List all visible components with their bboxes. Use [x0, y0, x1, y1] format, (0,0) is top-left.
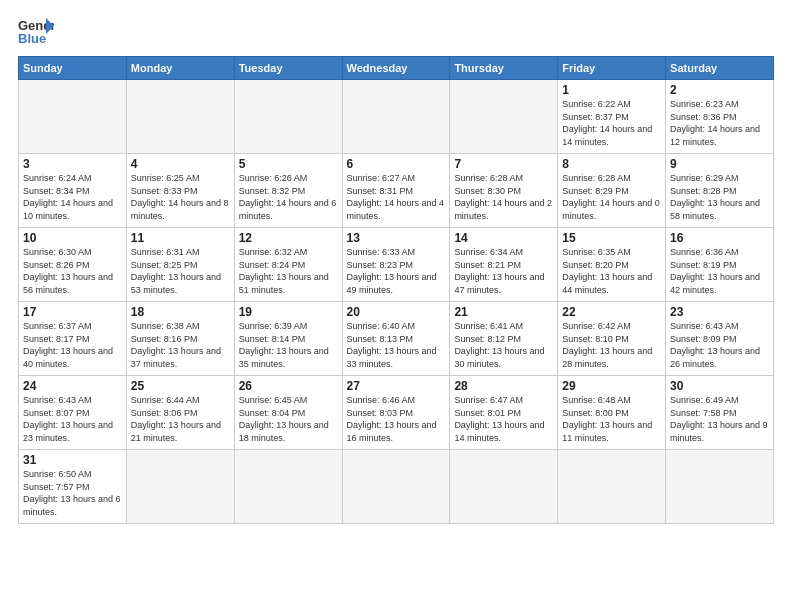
day-info: Sunrise: 6:39 AM Sunset: 8:14 PM Dayligh… [239, 320, 338, 370]
week-row-6: 31Sunrise: 6:50 AM Sunset: 7:57 PM Dayli… [19, 450, 774, 524]
day-number: 27 [347, 379, 446, 393]
day-number: 7 [454, 157, 553, 171]
day-number: 20 [347, 305, 446, 319]
day-number: 21 [454, 305, 553, 319]
weekday-thursday: Thursday [450, 57, 558, 80]
day-number: 23 [670, 305, 769, 319]
day-info: Sunrise: 6:22 AM Sunset: 8:37 PM Dayligh… [562, 98, 661, 148]
calendar-cell: 24Sunrise: 6:43 AM Sunset: 8:07 PM Dayli… [19, 376, 127, 450]
day-info: Sunrise: 6:37 AM Sunset: 8:17 PM Dayligh… [23, 320, 122, 370]
day-number: 8 [562, 157, 661, 171]
day-number: 10 [23, 231, 122, 245]
calendar-cell [666, 450, 774, 524]
day-info: Sunrise: 6:28 AM Sunset: 8:29 PM Dayligh… [562, 172, 661, 222]
logo: General Blue [18, 16, 54, 46]
svg-text:Blue: Blue [18, 31, 46, 46]
weekday-saturday: Saturday [666, 57, 774, 80]
week-row-5: 24Sunrise: 6:43 AM Sunset: 8:07 PM Dayli… [19, 376, 774, 450]
day-number: 6 [347, 157, 446, 171]
calendar-cell: 1Sunrise: 6:22 AM Sunset: 8:37 PM Daylig… [558, 80, 666, 154]
calendar-cell: 21Sunrise: 6:41 AM Sunset: 8:12 PM Dayli… [450, 302, 558, 376]
day-number: 31 [23, 453, 122, 467]
weekday-monday: Monday [126, 57, 234, 80]
day-info: Sunrise: 6:30 AM Sunset: 8:26 PM Dayligh… [23, 246, 122, 296]
day-info: Sunrise: 6:33 AM Sunset: 8:23 PM Dayligh… [347, 246, 446, 296]
calendar-cell [342, 450, 450, 524]
day-number: 15 [562, 231, 661, 245]
calendar-cell: 25Sunrise: 6:44 AM Sunset: 8:06 PM Dayli… [126, 376, 234, 450]
calendar-cell: 28Sunrise: 6:47 AM Sunset: 8:01 PM Dayli… [450, 376, 558, 450]
day-number: 18 [131, 305, 230, 319]
day-info: Sunrise: 6:42 AM Sunset: 8:10 PM Dayligh… [562, 320, 661, 370]
day-info: Sunrise: 6:50 AM Sunset: 7:57 PM Dayligh… [23, 468, 122, 518]
day-info: Sunrise: 6:46 AM Sunset: 8:03 PM Dayligh… [347, 394, 446, 444]
calendar-cell [126, 450, 234, 524]
calendar-cell [234, 80, 342, 154]
calendar-cell: 16Sunrise: 6:36 AM Sunset: 8:19 PM Dayli… [666, 228, 774, 302]
calendar-cell [450, 80, 558, 154]
calendar-cell: 17Sunrise: 6:37 AM Sunset: 8:17 PM Dayli… [19, 302, 127, 376]
day-info: Sunrise: 6:44 AM Sunset: 8:06 PM Dayligh… [131, 394, 230, 444]
day-info: Sunrise: 6:27 AM Sunset: 8:31 PM Dayligh… [347, 172, 446, 222]
day-number: 3 [23, 157, 122, 171]
day-number: 24 [23, 379, 122, 393]
day-number: 9 [670, 157, 769, 171]
calendar-cell: 7Sunrise: 6:28 AM Sunset: 8:30 PM Daylig… [450, 154, 558, 228]
calendar-page: General Blue SundayMondayTuesdayWednesda… [0, 0, 792, 612]
calendar-cell: 19Sunrise: 6:39 AM Sunset: 8:14 PM Dayli… [234, 302, 342, 376]
day-info: Sunrise: 6:45 AM Sunset: 8:04 PM Dayligh… [239, 394, 338, 444]
day-info: Sunrise: 6:38 AM Sunset: 8:16 PM Dayligh… [131, 320, 230, 370]
day-number: 13 [347, 231, 446, 245]
day-number: 1 [562, 83, 661, 97]
day-number: 14 [454, 231, 553, 245]
day-info: Sunrise: 6:25 AM Sunset: 8:33 PM Dayligh… [131, 172, 230, 222]
calendar-cell: 2Sunrise: 6:23 AM Sunset: 8:36 PM Daylig… [666, 80, 774, 154]
day-info: Sunrise: 6:24 AM Sunset: 8:34 PM Dayligh… [23, 172, 122, 222]
calendar-cell: 18Sunrise: 6:38 AM Sunset: 8:16 PM Dayli… [126, 302, 234, 376]
week-row-3: 10Sunrise: 6:30 AM Sunset: 8:26 PM Dayli… [19, 228, 774, 302]
day-info: Sunrise: 6:41 AM Sunset: 8:12 PM Dayligh… [454, 320, 553, 370]
day-number: 12 [239, 231, 338, 245]
day-number: 26 [239, 379, 338, 393]
day-info: Sunrise: 6:49 AM Sunset: 7:58 PM Dayligh… [670, 394, 769, 444]
day-number: 5 [239, 157, 338, 171]
day-number: 30 [670, 379, 769, 393]
calendar-cell: 22Sunrise: 6:42 AM Sunset: 8:10 PM Dayli… [558, 302, 666, 376]
day-info: Sunrise: 6:40 AM Sunset: 8:13 PM Dayligh… [347, 320, 446, 370]
calendar-cell: 9Sunrise: 6:29 AM Sunset: 8:28 PM Daylig… [666, 154, 774, 228]
day-info: Sunrise: 6:35 AM Sunset: 8:20 PM Dayligh… [562, 246, 661, 296]
day-number: 22 [562, 305, 661, 319]
week-row-2: 3Sunrise: 6:24 AM Sunset: 8:34 PM Daylig… [19, 154, 774, 228]
calendar-cell: 12Sunrise: 6:32 AM Sunset: 8:24 PM Dayli… [234, 228, 342, 302]
day-info: Sunrise: 6:28 AM Sunset: 8:30 PM Dayligh… [454, 172, 553, 222]
calendar-cell: 29Sunrise: 6:48 AM Sunset: 8:00 PM Dayli… [558, 376, 666, 450]
weekday-header-row: SundayMondayTuesdayWednesdayThursdayFrid… [19, 57, 774, 80]
calendar-cell: 23Sunrise: 6:43 AM Sunset: 8:09 PM Dayli… [666, 302, 774, 376]
weekday-friday: Friday [558, 57, 666, 80]
calendar-cell: 26Sunrise: 6:45 AM Sunset: 8:04 PM Dayli… [234, 376, 342, 450]
calendar-cell [126, 80, 234, 154]
day-number: 25 [131, 379, 230, 393]
calendar-cell: 30Sunrise: 6:49 AM Sunset: 7:58 PM Dayli… [666, 376, 774, 450]
calendar-cell: 15Sunrise: 6:35 AM Sunset: 8:20 PM Dayli… [558, 228, 666, 302]
day-number: 28 [454, 379, 553, 393]
calendar-cell [234, 450, 342, 524]
calendar-cell: 4Sunrise: 6:25 AM Sunset: 8:33 PM Daylig… [126, 154, 234, 228]
day-info: Sunrise: 6:31 AM Sunset: 8:25 PM Dayligh… [131, 246, 230, 296]
calendar-cell: 27Sunrise: 6:46 AM Sunset: 8:03 PM Dayli… [342, 376, 450, 450]
calendar-cell: 6Sunrise: 6:27 AM Sunset: 8:31 PM Daylig… [342, 154, 450, 228]
calendar-cell: 13Sunrise: 6:33 AM Sunset: 8:23 PM Dayli… [342, 228, 450, 302]
calendar-table: SundayMondayTuesdayWednesdayThursdayFrid… [18, 56, 774, 524]
day-info: Sunrise: 6:43 AM Sunset: 8:09 PM Dayligh… [670, 320, 769, 370]
day-number: 2 [670, 83, 769, 97]
week-row-1: 1Sunrise: 6:22 AM Sunset: 8:37 PM Daylig… [19, 80, 774, 154]
calendar-cell: 20Sunrise: 6:40 AM Sunset: 8:13 PM Dayli… [342, 302, 450, 376]
day-info: Sunrise: 6:23 AM Sunset: 8:36 PM Dayligh… [670, 98, 769, 148]
day-info: Sunrise: 6:43 AM Sunset: 8:07 PM Dayligh… [23, 394, 122, 444]
day-info: Sunrise: 6:34 AM Sunset: 8:21 PM Dayligh… [454, 246, 553, 296]
logo-icon: General Blue [18, 16, 54, 46]
calendar-cell: 11Sunrise: 6:31 AM Sunset: 8:25 PM Dayli… [126, 228, 234, 302]
day-info: Sunrise: 6:48 AM Sunset: 8:00 PM Dayligh… [562, 394, 661, 444]
day-number: 29 [562, 379, 661, 393]
calendar-cell [342, 80, 450, 154]
